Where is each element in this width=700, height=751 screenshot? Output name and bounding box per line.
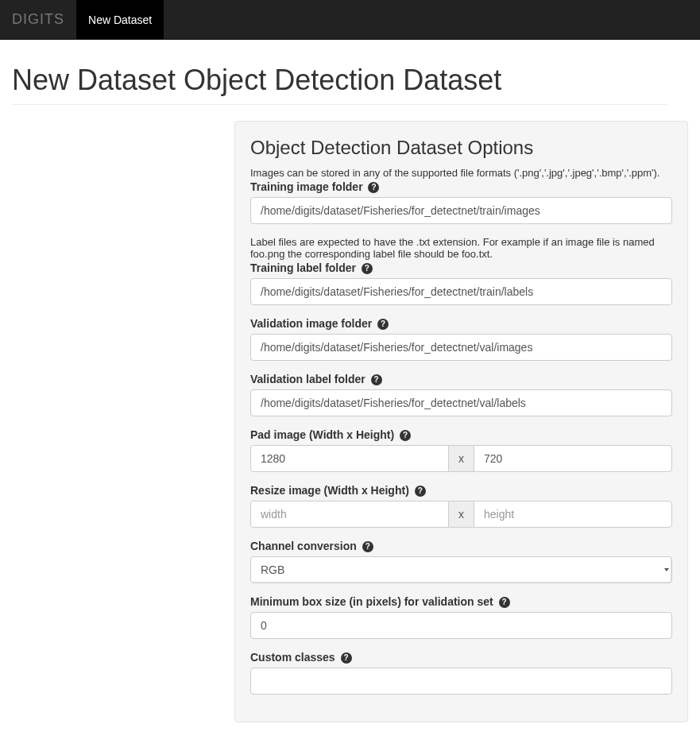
dimension-separator: x <box>449 445 474 472</box>
pad-height-input[interactable] <box>474 445 672 472</box>
channel-conversion-label: Channel conversion <box>250 540 357 552</box>
min-box-label: Minimum box size (in pixels) for validat… <box>250 595 493 608</box>
validation-image-input[interactable] <box>250 334 672 361</box>
resize-height-input[interactable] <box>474 501 672 528</box>
validation-label-input[interactable] <box>250 389 672 416</box>
help-icon[interactable]: ? <box>341 652 352 664</box>
resize-image-label: Resize image (Width x Height) <box>250 484 409 497</box>
help-icon[interactable]: ? <box>415 486 426 497</box>
intro-text: Images can be stored in any of the suppo… <box>250 167 672 179</box>
custom-classes-label: Custom classes <box>250 651 335 664</box>
navbar: DIGITS New Dataset <box>0 0 700 40</box>
training-image-input[interactable] <box>250 197 672 224</box>
pad-image-label: Pad image (Width x Height) <box>250 428 394 441</box>
validation-image-label: Validation image folder <box>250 317 372 330</box>
help-icon[interactable]: ? <box>499 597 510 608</box>
page-title: New Dataset Object Detection Dataset <box>12 64 667 97</box>
label-help-text: Label files are expected to have the .tx… <box>250 236 672 260</box>
channel-conversion-select[interactable]: RGB <box>250 556 672 583</box>
panel-title: Object Detection Dataset Options <box>250 137 672 159</box>
help-icon[interactable]: ? <box>377 319 389 330</box>
pad-width-input[interactable] <box>250 445 449 472</box>
training-image-label: Training image folder <box>250 180 363 193</box>
custom-classes-input[interactable] <box>250 668 672 695</box>
resize-width-input[interactable] <box>250 501 449 528</box>
min-box-input[interactable] <box>250 612 672 639</box>
dimension-separator: x <box>449 501 474 528</box>
training-label-input[interactable] <box>250 278 672 305</box>
page-header: New Dataset Object Detection Dataset <box>12 56 667 105</box>
brand-link[interactable]: DIGITS <box>0 0 76 40</box>
help-icon[interactable]: ? <box>368 182 379 193</box>
help-icon[interactable]: ? <box>400 430 411 441</box>
validation-label-label: Validation label folder <box>250 373 365 385</box>
nav-new-dataset[interactable]: New Dataset <box>76 0 164 40</box>
help-icon[interactable]: ? <box>362 541 373 552</box>
options-panel: Object Detection Dataset Options Images … <box>234 121 688 722</box>
training-label-label: Training label folder <box>250 261 356 274</box>
help-icon[interactable]: ? <box>362 263 373 274</box>
help-icon[interactable]: ? <box>371 374 382 385</box>
